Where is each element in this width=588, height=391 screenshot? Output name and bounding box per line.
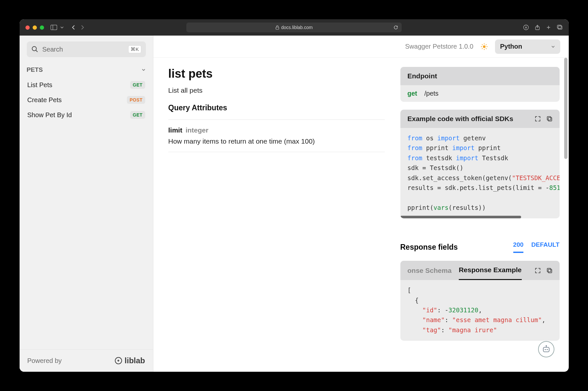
svg-rect-22: [543, 347, 549, 352]
liblab-brand-text: liblab: [125, 356, 145, 365]
code-token: (results)): [448, 204, 486, 211]
liblab-logo[interactable]: ✦ liblab: [115, 356, 145, 365]
code-token: :: [445, 316, 452, 323]
svg-rect-18: [548, 117, 552, 121]
search-icon: [31, 46, 39, 53]
downloads-icon[interactable]: [523, 24, 529, 30]
tab-response-schema[interactable]: onse Schema: [408, 261, 452, 280]
divider: [168, 152, 385, 152]
chat-fab[interactable]: [538, 341, 554, 357]
topbar: Swagger Petstore 1.0.0 Python: [153, 36, 569, 58]
sidebar-section-label: PETS: [27, 66, 43, 73]
svg-point-9: [483, 45, 486, 48]
method-badge: GET: [130, 81, 145, 89]
code-token: ,: [478, 306, 482, 314]
maximize-icon[interactable]: [40, 25, 44, 30]
url-text: docs.liblab.com: [281, 25, 313, 30]
code-token: {: [408, 297, 419, 304]
method-badge: GET: [130, 111, 145, 119]
response-example-body[interactable]: [ { "id": -32031120, "name": "esse amet …: [400, 280, 560, 341]
tab-response-example[interactable]: Response Example: [459, 261, 522, 280]
sidebar-item-label: Create Pets: [27, 96, 62, 104]
code-token: "id": [422, 306, 437, 314]
tabs-overview-icon[interactable]: [557, 25, 563, 30]
example-code-card: Example code with official SDKs from os: [400, 110, 560, 218]
sidebar-item-create-pets[interactable]: Create Pets POST: [24, 92, 148, 107]
attribute-type: integer: [186, 126, 209, 134]
back-icon[interactable]: [71, 25, 75, 30]
sidebar-item-label: Show Pet By Id: [27, 111, 72, 119]
svg-line-14: [482, 44, 483, 45]
attribute-name: limit: [168, 126, 182, 134]
sidebar-section-pets[interactable]: PETS: [20, 59, 153, 76]
search-input[interactable]: Search ⌘K: [27, 41, 146, 57]
http-method: get: [408, 90, 417, 97]
tab-200[interactable]: 200: [513, 241, 524, 253]
app-body: Search ⌘K PETS List Pets GET Create Pets…: [20, 36, 569, 372]
expand-icon[interactable]: [535, 116, 541, 122]
scrollbar-vertical[interactable]: [564, 58, 567, 159]
chevron-down-icon: [141, 68, 146, 72]
close-icon[interactable]: [25, 25, 30, 30]
scrollbar-horizontal[interactable]: [400, 216, 521, 218]
tab-default[interactable]: DEFAULT: [531, 241, 559, 253]
sidebar-item-show-pet-by-id[interactable]: Show Pet By Id GET: [24, 107, 148, 122]
svg-point-23: [545, 349, 546, 350]
sidebar-item-label: List Pets: [27, 81, 53, 89]
svg-line-17: [482, 48, 483, 49]
svg-rect-2: [276, 27, 279, 29]
language-select-value: Python: [500, 43, 522, 50]
browser-window: docs.liblab.com: [20, 19, 569, 372]
copy-icon[interactable]: [547, 268, 552, 274]
http-path: /pets: [425, 90, 439, 97]
code-token: import: [456, 154, 478, 162]
code-token: testsdk: [422, 154, 456, 162]
code-token: os: [422, 134, 437, 142]
endpoint-summary: get /pets: [400, 85, 560, 102]
endpoint-card-title: Endpoint: [408, 72, 437, 80]
svg-rect-19: [547, 117, 551, 120]
language-select[interactable]: Python: [495, 39, 560, 54]
code-token: 85104323: [549, 184, 559, 191]
window-controls: [25, 25, 44, 30]
response-fields-heading: Response fields: [400, 243, 458, 252]
svg-rect-20: [548, 269, 552, 273]
expand-icon[interactable]: [535, 268, 541, 274]
code-token: :: [441, 326, 448, 334]
api-name: Swagger Petstore 1.0.0: [405, 43, 473, 50]
minimize-icon[interactable]: [33, 25, 37, 30]
sidebar-footer: Powered by ✦ liblab: [20, 349, 153, 372]
code-token: sdk = Testsdk(): [408, 164, 464, 171]
attribute-description: How many items to return at one time (ma…: [168, 137, 385, 145]
chevron-down-icon[interactable]: [60, 26, 64, 29]
svg-rect-6: [557, 25, 561, 28]
svg-rect-21: [547, 268, 551, 272]
new-tab-icon[interactable]: [546, 25, 551, 30]
example-code-body[interactable]: from os import getenv from pprint import…: [400, 128, 560, 218]
content: list pets List all pets Query Attributes…: [153, 58, 569, 372]
share-icon[interactable]: [535, 24, 540, 30]
forward-icon[interactable]: [81, 25, 85, 30]
page-description: List all pets: [168, 86, 385, 94]
copy-icon[interactable]: [547, 116, 552, 122]
browser-titlebar: docs.liblab.com: [20, 19, 569, 36]
address-bar[interactable]: docs.liblab.com: [186, 23, 402, 32]
method-badge: POST: [127, 96, 145, 104]
sidebar-toggle-icon[interactable]: [51, 25, 57, 30]
response-fields-header: Response fields 200 DEFAULT: [400, 241, 560, 253]
code-token: vars: [434, 204, 449, 211]
sidebar-item-list-pets[interactable]: List Pets GET: [24, 77, 148, 92]
response-status-tabs: 200 DEFAULT: [513, 241, 560, 253]
code-token: Testsdk: [478, 154, 508, 162]
theme-toggle-icon[interactable]: [481, 43, 488, 50]
code-token: getenv: [460, 134, 486, 142]
code-token: 32031120: [448, 306, 478, 314]
reload-icon[interactable]: [393, 25, 398, 30]
code-token: "esse amet magna cillum": [452, 316, 542, 323]
svg-line-8: [36, 50, 38, 52]
code-token: pprint: [422, 144, 452, 151]
chat-bot-icon: [542, 345, 551, 354]
example-code-head: Example code with official SDKs: [400, 110, 560, 128]
search-shortcut: ⌘K: [128, 45, 141, 53]
code-token: pprint: [474, 144, 501, 151]
